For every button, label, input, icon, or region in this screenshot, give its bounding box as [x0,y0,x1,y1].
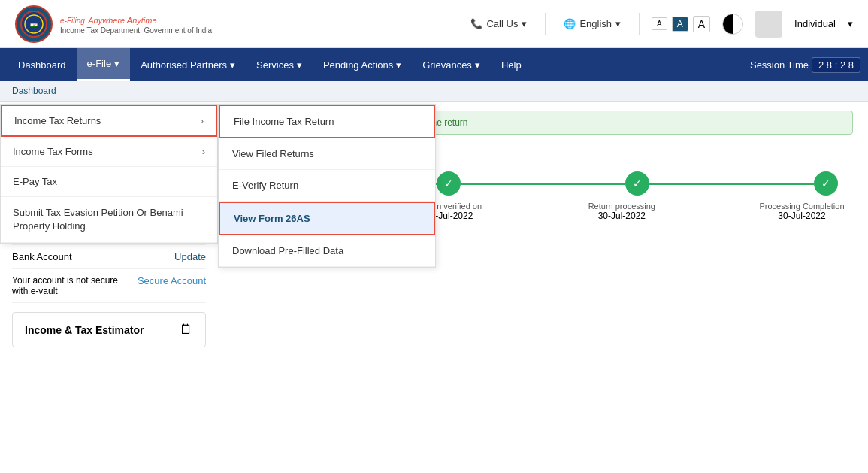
step-4-date: 30-Jul-2022 [757,211,847,221]
submenu-item-everify[interactable]: E-Verify Return [219,170,435,202]
estimator-card: Income & Tax Estimator 🗒 [12,312,206,347]
download-prefilled-label: Download Pre-Filled Data [232,245,343,256]
sidebar-menu: Income Tax Returns › Income Tax Forms › … [0,104,218,244]
call-chevron: ▾ [522,18,527,29]
efile-chevron: ▾ [114,58,119,69]
view-filed-label: View Filed Returns [232,148,314,159]
svg-text:🇮🇳: 🇮🇳 [30,21,38,29]
logo-text: e-Filing Anywhere Anytime Income Tax Dep… [60,13,212,35]
nav-pending-actions[interactable]: Pending Actions ▾ [313,48,412,81]
step-4-label: Processing Completion [757,202,847,211]
nav-pending-label: Pending Actions [323,59,393,71]
progress-node-2: ✓ [437,171,461,196]
file-itr-label: File Income Tax Return [234,116,334,127]
nav-services[interactable]: Services ▾ [246,48,313,81]
bank-update-link[interactable]: Update [174,251,206,262]
nav-grievances[interactable]: Grievances ▾ [412,48,491,81]
breadcrumb-bar: Dashboard [0,81,868,102]
step-3-date: 30-Jul-2022 [584,211,659,221]
menu-item-income-tax-forms[interactable]: Income Tax Forms › [1,137,217,167]
submenu-item-download-prefilled[interactable]: Download Pre-Filled Data [219,235,435,267]
submenu-item-view-filed[interactable]: View Filed Returns [219,138,435,170]
language-label: English [579,18,612,29]
nav-authorised-label: Authorised Partners [141,59,227,71]
session-timer: Session Time 2 8 : 2 8 [750,57,860,73]
secure-account-link[interactable]: Secure Account [138,275,206,296]
top-right-controls: 📞 Call Us ▾ 🌐 English ▾ A A A Individual… [464,11,853,38]
divider-1 [545,13,546,35]
income-tax-returns-label: Income Tax Returns [14,115,101,126]
income-tax-forms-label: Income Tax Forms [13,146,93,157]
call-us-button[interactable]: 📞 Call Us ▾ [464,15,533,32]
logo-area: 🇮🇳 e-Filing Anywhere Anytime Income Tax … [15,5,212,43]
submenu-income-tax-returns: File Income Tax Return View Filed Return… [218,104,436,268]
logo-emblem: 🇮🇳 [15,5,53,43]
top-bar: 🇮🇳 e-Filing Anywhere Anytime Income Tax … [0,0,868,48]
lang-chevron: ▾ [615,18,621,29]
step-4: Processing Completion 30-Jul-2022 [757,202,847,221]
nav-bar: Dashboard e-File ▾ Authorised Partners ▾… [0,48,868,81]
session-time-value: 2 8 : 2 8 [812,57,860,73]
calculator-icon: 🗒 [180,322,193,338]
divider-2 [639,13,640,35]
pending-chevron: ▾ [396,59,401,71]
nav-services-label: Services [256,59,294,71]
progress-line-3 [649,183,814,185]
menu-item-income-tax-returns[interactable]: Income Tax Returns › [1,105,217,137]
language-button[interactable]: 🌐 English ▾ [558,15,627,32]
globe-icon: 🌐 [564,18,576,29]
font-medium-button[interactable]: A [672,17,688,32]
nav-efile[interactable]: e-File ▾ [77,48,131,81]
security-row: Your account is not secure with e-vault … [12,269,206,303]
font-small-button[interactable]: A [652,17,667,30]
nav-authorised-partners[interactable]: Authorised Partners ▾ [130,48,246,81]
income-tax-returns-chevron: › [201,115,204,126]
session-label: Session Time [750,59,809,71]
progress-line-2 [461,183,625,185]
nav-grievances-label: Grievances [422,59,472,71]
grievances-chevron: ▾ [475,59,480,71]
avatar [755,11,782,38]
everify-label: E-Verify Return [232,180,298,191]
step-3-label: Return processing [584,202,659,211]
logo-tagline: Anywhere Anytime [88,16,156,25]
estimator-title: Income & Tax Estimator [25,324,144,336]
progress-node-4: ✓ [814,171,838,196]
nav-help[interactable]: Help [491,48,532,81]
income-tax-forms-chevron: › [202,146,205,157]
submenu-item-file-itr[interactable]: File Income Tax Return [219,105,435,138]
account-security-label: Your account is not secure with e-vault [12,275,132,296]
services-chevron: ▾ [297,59,302,71]
call-label: Call Us [486,18,518,29]
font-controls: A A A [652,16,710,32]
contrast-toggle[interactable] [722,14,743,35]
breadcrumb-label: Dashboard [12,86,56,96]
logo-subtitle: Income Tax Department, Government of Ind… [60,26,212,35]
step-3: Return processing 30-Jul-2022 [584,202,659,221]
bank-account-label: Bank Account [12,251,72,262]
logo-efiling-title: e-Filing Anywhere Anytime [60,13,212,26]
authorised-chevron: ▾ [230,59,235,71]
user-type-chevron[interactable]: ▾ [848,18,853,29]
bank-account-row: Bank Account Update [12,245,206,269]
main-layout: Dashboard Welcome B Contact Details Upda… [0,81,868,473]
view-form-26as-label: View Form 26AS [234,213,310,224]
epay-tax-label: E-Pay Tax [13,176,57,187]
submit-petition-label: Submit Tax Evasion Petition Or Benami Pr… [13,206,205,233]
progress-node-3: ✓ [625,171,649,196]
menu-item-submit-petition[interactable]: Submit Tax Evasion Petition Or Benami Pr… [1,197,217,243]
user-type-label: Individual [794,18,836,29]
menu-item-epay-tax[interactable]: E-Pay Tax [1,167,217,197]
nav-efile-label: e-File [87,58,112,69]
call-icon: 📞 [470,18,482,29]
nav-dashboard[interactable]: Dashboard [8,48,77,81]
submenu-item-view-form-26as[interactable]: View Form 26AS [219,202,435,235]
font-large-button[interactable]: A [693,16,710,32]
